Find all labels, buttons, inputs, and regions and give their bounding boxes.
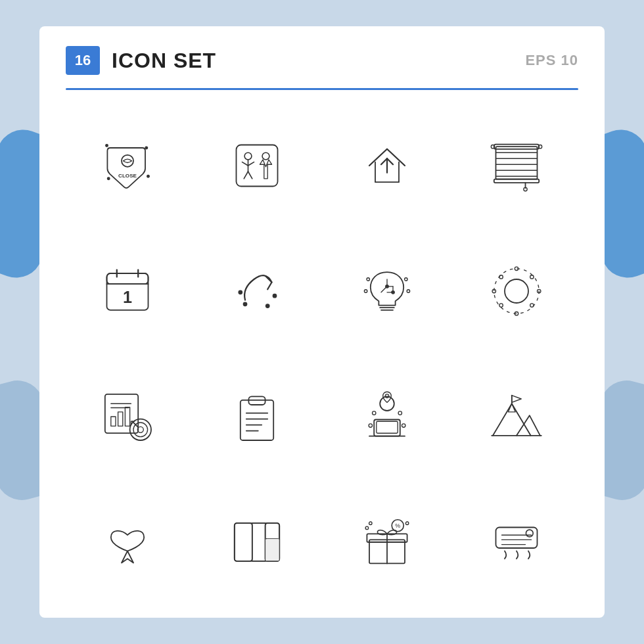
svg-rect-78 [377,421,398,433]
icon-mountain-goal [455,361,579,473]
icon-grid: CLOSE [66,110,578,598]
svg-point-101 [369,522,372,525]
svg-point-45 [392,291,395,294]
svg-rect-71 [249,396,265,405]
svg-point-84 [402,424,405,427]
svg-point-99 [365,526,369,530]
icon-redo [196,235,319,348]
icon-gift-discount: % [325,486,449,598]
svg-rect-6 [237,145,278,187]
icon-layout-panels [196,486,319,598]
svg-point-51 [505,279,528,303]
header: 16 ICON SET EPS 10 [66,46,578,75]
icon-close-tag: CLOSE [66,110,189,222]
svg-rect-62 [118,412,122,426]
svg-point-33 [239,290,242,294]
svg-line-10 [248,162,254,166]
icon-roller-blind [455,110,579,222]
main-card: 16 ICON SET EPS 10 CLOSE [39,26,605,618]
icon-remote-worker [325,361,449,473]
svg-point-82 [398,411,402,415]
svg-rect-15 [496,147,538,180]
svg-point-13 [262,153,269,160]
svg-point-49 [407,290,410,293]
icon-clipboard [196,361,319,473]
svg-point-44 [386,285,389,288]
icon-air-conditioner [455,486,579,598]
svg-point-35 [266,304,269,308]
svg-line-12 [248,172,252,179]
svg-rect-22 [494,179,539,183]
svg-point-105 [526,530,534,537]
svg-point-36 [273,294,277,298]
badge-number: 16 [66,46,100,75]
eps-badge: EPS 10 [525,52,578,69]
svg-rect-28 [106,273,148,284]
svg-point-47 [404,278,407,281]
svg-marker-87 [512,395,521,402]
svg-point-34 [244,302,247,306]
svg-rect-93 [265,538,280,561]
svg-rect-77 [374,419,400,436]
svg-text:%: % [395,522,400,529]
icon-upload-home [325,110,449,222]
svg-point-53 [530,275,534,279]
svg-line-69 [132,421,138,427]
svg-point-83 [369,424,372,427]
svg-rect-70 [241,400,273,440]
svg-rect-63 [125,407,129,426]
svg-point-7 [244,153,252,160]
svg-point-76 [380,396,394,411]
svg-point-59 [499,275,503,279]
svg-rect-91 [252,523,265,561]
svg-rect-90 [235,523,252,561]
svg-point-100 [405,522,409,525]
svg-line-9 [242,162,248,166]
svg-text:1: 1 [123,288,132,306]
icon-sun-circle [455,235,579,348]
header-divider [66,88,578,90]
svg-point-81 [372,411,375,415]
svg-point-57 [499,304,503,307]
svg-text:CLOSE: CLOSE [118,173,137,179]
svg-point-46 [367,278,370,281]
svg-rect-60 [105,394,138,433]
svg-rect-61 [111,417,116,426]
svg-line-11 [244,172,248,179]
svg-point-4 [107,177,110,180]
icon-idea-circuit [325,235,449,348]
svg-point-3 [145,147,148,150]
svg-point-48 [364,290,367,293]
icon-awareness-ribbon [66,486,189,598]
page-title: ICON SET [112,49,216,73]
icon-calendar: 1 [66,235,189,348]
svg-point-55 [530,304,534,307]
svg-point-2 [105,145,108,147]
icon-analytics-report [66,361,189,473]
svg-point-5 [147,175,149,178]
icon-restroom [196,110,319,222]
